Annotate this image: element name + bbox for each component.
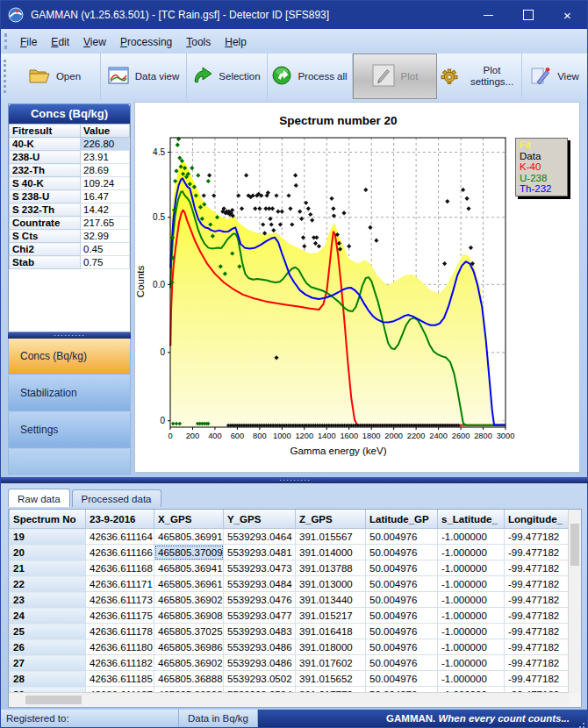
- data-cell[interactable]: 465805.36941: [154, 560, 224, 576]
- plot-settings-button[interactable]: Plot settings...: [437, 54, 522, 99]
- tab-raw-data[interactable]: Raw data: [8, 489, 70, 507]
- data-cell[interactable]: 42636.611168: [86, 560, 154, 576]
- spectrum-no-cell[interactable]: 28: [10, 671, 86, 687]
- spectrum-plot[interactable]: 0200400600800100012001400160018002000220…: [135, 103, 579, 472]
- data-cell[interactable]: 391.018000: [296, 639, 366, 655]
- data-cell[interactable]: -99.477182: [505, 639, 570, 655]
- column-header-s-latitude-[interactable]: s_Latitude_: [438, 510, 505, 529]
- fitresult-value[interactable]: 109.24: [81, 177, 130, 190]
- sidebar-button-concs[interactable]: Concs (Bq/kg): [8, 339, 131, 375]
- data-cell[interactable]: 50.004976: [366, 608, 438, 624]
- data-cell[interactable]: 50.004976: [366, 655, 438, 671]
- horizontal-scrollbar-thumb[interactable]: [25, 696, 82, 704]
- menu-tools[interactable]: Tools: [179, 32, 218, 53]
- data-cell[interactable]: 465805.36991: [154, 529, 224, 545]
- vertical-scrollbar[interactable]: [568, 510, 581, 693]
- data-cell[interactable]: 465805.36986: [154, 639, 224, 655]
- data-cell[interactable]: -99.477182: [505, 671, 570, 687]
- data-cell[interactable]: 391.015567: [296, 529, 366, 545]
- data-cell[interactable]: 391.013440: [296, 592, 366, 608]
- data-cell[interactable]: 50.004976: [366, 639, 438, 655]
- data-cell[interactable]: -99.477182: [505, 545, 570, 560]
- data-cell[interactable]: -1.000000: [438, 592, 505, 608]
- data-cell[interactable]: -99.477182: [505, 655, 570, 671]
- data-cell[interactable]: 42636.611185: [86, 671, 154, 687]
- data-cell[interactable]: 5539293.0483: [224, 624, 296, 639]
- fitresult-value[interactable]: 32.99: [81, 230, 130, 243]
- data-cell[interactable]: 5539293.0481: [224, 545, 296, 560]
- resize-grip[interactable]: [583, 723, 584, 724]
- data-cell[interactable]: 50.004976: [366, 529, 438, 545]
- spectrum-no-cell[interactable]: 27: [10, 655, 86, 671]
- fitresult-label[interactable]: Stab: [10, 256, 81, 269]
- minimize-button[interactable]: [469, 1, 508, 29]
- fitresult-label[interactable]: Countrate: [10, 217, 81, 230]
- data-cell[interactable]: 465805.36908: [154, 608, 224, 624]
- fitresult-label[interactable]: S 238-U: [10, 190, 81, 203]
- fitresult-value[interactable]: 0.45: [81, 243, 130, 256]
- spectrum-no-cell[interactable]: 23: [10, 592, 86, 608]
- spectrum-no-cell[interactable]: 26: [10, 639, 86, 655]
- column-header-x-gps[interactable]: X_GPS: [154, 510, 224, 529]
- fitresult-label[interactable]: S 40-K: [10, 177, 81, 190]
- data-cell[interactable]: 5539293.0473: [224, 560, 296, 576]
- data-cell[interactable]: -99.477182: [505, 608, 570, 624]
- data-cell[interactable]: 5539293.0486: [224, 639, 296, 655]
- menu-help[interactable]: Help: [218, 32, 254, 53]
- data-cell[interactable]: 5539293.0464: [224, 529, 296, 545]
- fitresult-value[interactable]: 28.69: [81, 164, 130, 177]
- data-cell[interactable]: 391.017602: [296, 655, 366, 671]
- column-header-latitude-gp[interactable]: Latitude_GP: [366, 510, 438, 529]
- data-cell[interactable]: 50.004976: [366, 576, 438, 592]
- data-cell[interactable]: 391.013000: [296, 576, 366, 592]
- maximize-button[interactable]: [508, 1, 548, 29]
- fitresult-label[interactable]: 232-Th: [10, 164, 81, 177]
- data-cell[interactable]: 391.013788: [296, 560, 366, 576]
- data-cell[interactable]: 50.004976: [366, 671, 438, 687]
- data-cell[interactable]: 5539293.0476: [224, 592, 296, 608]
- data-cell[interactable]: -1.000000: [438, 655, 505, 671]
- left-panel-splitter[interactable]: ·········: [8, 332, 131, 339]
- menubar-grip[interactable]: [4, 33, 7, 49]
- fitresult-label[interactable]: S Cts: [10, 230, 81, 243]
- data-view-button[interactable]: Data view: [101, 54, 187, 99]
- data-cell[interactable]: 5539293.0484: [224, 576, 296, 592]
- data-cell[interactable]: 465805.36888: [154, 671, 224, 687]
- menu-view[interactable]: View: [76, 32, 113, 53]
- data-cell[interactable]: 42636.611171: [86, 576, 154, 592]
- open-button[interactable]: Open: [10, 54, 101, 99]
- selection-button[interactable]: Selection: [187, 54, 268, 99]
- data-cell[interactable]: 50.004976: [366, 592, 438, 608]
- fitresult-label[interactable]: Chi2: [10, 243, 81, 256]
- data-cell[interactable]: 465805.36961: [154, 576, 224, 592]
- fitresult-value[interactable]: 217.65: [81, 217, 130, 230]
- close-button[interactable]: ×: [548, 1, 587, 29]
- data-cell[interactable]: 391.014000: [296, 545, 366, 560]
- column-header-y-gps[interactable]: Y_GPS: [224, 510, 296, 529]
- data-cell[interactable]: 465805.37025: [154, 624, 224, 639]
- plot-button[interactable]: Plot: [353, 54, 437, 99]
- toolbar-grip[interactable]: [4, 60, 6, 93]
- data-cell[interactable]: -99.477182: [505, 560, 570, 576]
- data-cell[interactable]: 391.015217: [296, 608, 366, 624]
- fitresult-value[interactable]: 0.75: [81, 256, 130, 269]
- data-cell[interactable]: -1.000000: [438, 560, 505, 576]
- data-cell[interactable]: -1.000000: [438, 529, 505, 545]
- data-cell[interactable]: 42636.611178: [86, 624, 154, 639]
- column-header-longitude-[interactable]: Longitude_: [505, 510, 570, 529]
- data-cell[interactable]: 5539293.0477: [224, 608, 296, 624]
- data-cell[interactable]: 391.016418: [296, 624, 366, 639]
- fitresult-label[interactable]: 40-K: [10, 138, 81, 151]
- data-cell[interactable]: 465805.36902: [154, 592, 224, 608]
- fitresult-value[interactable]: 14.42: [81, 203, 130, 217]
- column-header-z-gps[interactable]: Z_GPS: [296, 510, 366, 529]
- data-cell[interactable]: -99.477182: [505, 624, 570, 639]
- fitresult-label[interactable]: 238-U: [10, 151, 81, 164]
- fitresult-label[interactable]: S 232-Th: [10, 203, 81, 217]
- data-cell[interactable]: 42636.611180: [86, 639, 154, 655]
- data-cell[interactable]: 391.015652: [296, 671, 366, 687]
- data-cell[interactable]: 5539293.0486: [224, 655, 296, 671]
- data-cell[interactable]: -1.000000: [438, 576, 505, 592]
- data-cell[interactable]: -1.000000: [438, 639, 505, 655]
- horizontal-scrollbar[interactable]: [9, 692, 569, 707]
